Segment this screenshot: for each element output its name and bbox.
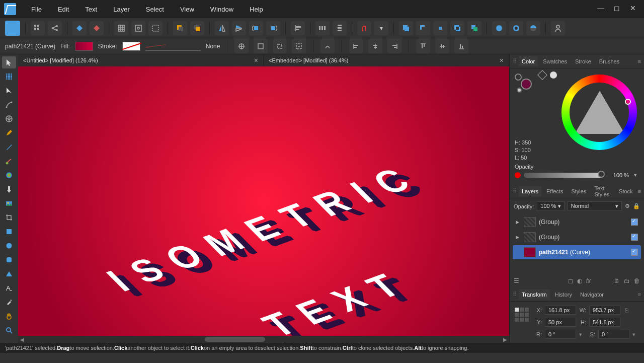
h-input[interactable]: 541.6 px: [589, 318, 620, 327]
flip-v-icon[interactable]: [232, 21, 246, 35]
tab-stroke[interactable]: Stroke: [572, 56, 594, 66]
rotate-ccw-icon[interactable]: [249, 21, 263, 35]
tab-navigator[interactable]: Navigator: [577, 289, 607, 300]
close-tab-icon[interactable]: ×: [500, 56, 504, 64]
align-left2-icon[interactable]: [349, 39, 363, 53]
menu-edit[interactable]: Edit: [52, 2, 75, 17]
move-tool[interactable]: [2, 56, 16, 68]
rotate-cw-icon[interactable]: [266, 21, 280, 35]
boolean-xor-icon[interactable]: [450, 21, 464, 35]
mask-icon[interactable]: ◻: [568, 277, 573, 284]
minimize-button[interactable]: —: [594, 5, 608, 14]
layer-lock-icon[interactable]: 🔒: [633, 203, 640, 209]
canvas-viewport[interactable]: ISOMETRIC TEXT: [18, 66, 509, 336]
document-tab-1[interactable]: <Untitled> [Modified] (126.4%) ×: [18, 54, 264, 66]
expand-icon[interactable]: ▶: [516, 220, 521, 225]
layer-opacity-value[interactable]: 100 % ▾: [537, 201, 564, 211]
close-tab-icon[interactable]: ×: [254, 56, 258, 64]
corner-half-icon[interactable]: [526, 21, 540, 35]
ellipse-tool[interactable]: [2, 240, 16, 252]
corner-ring-icon[interactable]: [509, 21, 523, 35]
text-tool[interactable]: A: [2, 282, 16, 294]
snapping-icon[interactable]: [357, 21, 371, 35]
rectangle-tool[interactable]: [2, 226, 16, 238]
menu-view[interactable]: View: [174, 2, 200, 17]
add-layer-icon[interactable]: 🗎: [614, 277, 620, 284]
horizontal-scrollbar[interactable]: ◀ ▶: [18, 336, 509, 343]
opacity-slider[interactable]: [524, 173, 604, 178]
account-icon[interactable]: [551, 21, 565, 35]
transform-children-icon[interactable]: [254, 39, 268, 53]
no-fill-icon[interactable]: [550, 71, 557, 79]
distribute-h-icon[interactable]: [315, 21, 330, 35]
crop-tool[interactable]: [2, 211, 16, 224]
tab-textstyles[interactable]: Text Styles: [591, 183, 614, 199]
adjust-icon[interactable]: ◐: [577, 277, 582, 284]
align-bottom-icon[interactable]: [454, 39, 468, 53]
expand-icon[interactable]: ▶: [516, 235, 521, 240]
y-input[interactable]: 50 px: [545, 318, 576, 327]
transparency-tool[interactable]: [2, 183, 16, 195]
folder-open-icon[interactable]: 🗀: [624, 277, 630, 284]
w-input[interactable]: 953.7 px: [589, 306, 620, 315]
opacity-dropdown-icon[interactable]: ▾: [632, 172, 639, 178]
panel-menu-icon[interactable]: ≡: [638, 58, 641, 64]
tab-swatches[interactable]: Swatches: [540, 56, 570, 66]
anchor-grid[interactable]: [515, 308, 529, 322]
menu-help[interactable]: Help: [244, 2, 269, 17]
arrange-grid-icon[interactable]: [31, 21, 45, 35]
snap-options-icon[interactable]: ▾: [374, 21, 388, 35]
detach-symbol-icon[interactable]: [90, 21, 104, 35]
stroke-width-slider[interactable]: [145, 42, 201, 51]
show-guides-icon[interactable]: [131, 21, 145, 35]
pencil-tool[interactable]: [2, 127, 16, 139]
align-vcenter-icon[interactable]: [435, 39, 449, 53]
select-all-icon[interactable]: [148, 21, 163, 35]
add-symbol-icon[interactable]: [72, 21, 87, 35]
scroll-thumb[interactable]: [205, 337, 265, 342]
stroke-swatch[interactable]: [122, 42, 140, 51]
paint-brush-tool[interactable]: [2, 155, 16, 167]
menu-window[interactable]: Window: [204, 2, 239, 17]
cycle-select-icon[interactable]: [292, 39, 306, 53]
transform-origin-icon[interactable]: [234, 39, 249, 53]
layer-row-selected[interactable]: path21421 (Curve): [513, 245, 641, 259]
r-input[interactable]: 0 °: [545, 330, 576, 339]
gradient-tool[interactable]: [2, 169, 16, 181]
visibility-checkbox[interactable]: [631, 249, 638, 256]
move-back-icon[interactable]: [173, 21, 187, 35]
boolean-divide-icon[interactable]: [467, 21, 481, 35]
eyedropper-icon[interactable]: [537, 70, 547, 80]
brush-tool[interactable]: [2, 141, 16, 153]
eyedropper-tool[interactable]: [2, 296, 16, 308]
show-grid-icon[interactable]: [114, 21, 128, 35]
move-front-icon[interactable]: [190, 21, 204, 35]
align-top-icon[interactable]: [416, 39, 430, 53]
visibility-checkbox[interactable]: [631, 219, 638, 226]
document-tab-2[interactable]: <Embedded> [Modified] (36.4%) ×: [264, 54, 509, 66]
hue-handle[interactable]: [625, 99, 631, 105]
tab-stock[interactable]: Stock: [616, 186, 636, 196]
align-right-icon[interactable]: [387, 39, 401, 53]
fill-swatch[interactable]: [75, 42, 93, 51]
menu-layer[interactable]: Layer: [107, 2, 136, 17]
panel-menu-icon[interactable]: ≡: [638, 188, 641, 194]
share-icon[interactable]: [48, 21, 62, 35]
tab-styles[interactable]: Styles: [568, 186, 589, 196]
menu-text[interactable]: Text: [79, 2, 103, 17]
tab-history[interactable]: History: [552, 289, 575, 300]
tab-color[interactable]: Color: [519, 56, 538, 66]
tab-transform[interactable]: Transform: [519, 289, 550, 300]
zoom-tool[interactable]: [2, 324, 16, 336]
s-input[interactable]: 0 °: [598, 330, 629, 339]
corner-circle-icon[interactable]: [492, 21, 506, 35]
distribute-v-icon[interactable]: [333, 21, 347, 35]
triangle-tool[interactable]: [2, 268, 16, 280]
pen-tool[interactable]: [2, 99, 16, 111]
rounded-rect-tool[interactable]: [2, 254, 16, 266]
artboard-tool[interactable]: [2, 70, 16, 83]
persona-icon[interactable]: [5, 21, 20, 36]
align-hcenter-icon[interactable]: [368, 39, 382, 53]
blend-mode-select[interactable]: Normal▾: [568, 201, 622, 211]
menu-file[interactable]: File: [25, 2, 48, 17]
